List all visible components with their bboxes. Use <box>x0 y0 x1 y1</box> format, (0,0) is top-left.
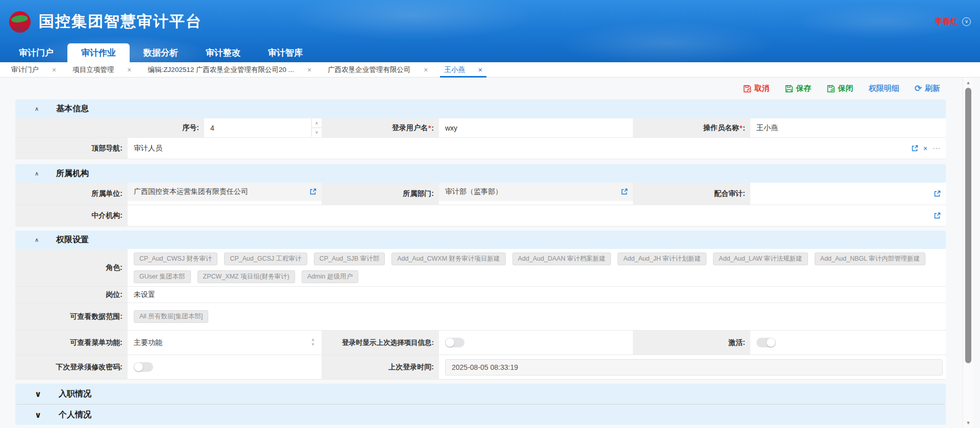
section-basic-info[interactable]: ∧ 基本信息 <box>15 99 946 118</box>
app-header: 国控集团智慧审计平台 李春红 ∨ 审计门户 审计作业 数据分析 审计整改 审计智… <box>0 0 980 62</box>
nav-item-audit-knowledge[interactable]: 审计智库 <box>254 43 316 62</box>
chevron-down-icon: ∨ <box>35 410 41 420</box>
clear-icon[interactable]: × <box>923 144 927 153</box>
external-link-icon[interactable] <box>934 190 941 197</box>
nav-item-audit-portal[interactable]: 审计门户 <box>5 43 67 62</box>
section-personal[interactable]: ∨ 个人情况 <box>15 405 946 425</box>
form-row-seq: 序号: 4 ∧ ∨ 登录用户名*: wxy 操作员名称*: 王小燕 <box>15 118 946 138</box>
chevron-up-icon: ∧ <box>35 106 39 112</box>
close-icon[interactable]: × <box>478 66 482 74</box>
user-menu[interactable]: 李春红 ∨ <box>935 17 971 27</box>
role-tag: Add_Aud_NBGL 审计内部管理新建 <box>815 253 925 265</box>
tab-label: 编辑:ZJ202512 广西农垦企业管理有限公司20 ... <box>148 65 294 74</box>
close-icon[interactable]: × <box>52 66 56 74</box>
login-name-input[interactable]: wxy <box>439 118 633 137</box>
save-close-button[interactable]: 保闭 <box>827 84 853 93</box>
more-icon[interactable]: ⋯ <box>933 144 941 153</box>
external-link-icon[interactable] <box>911 145 918 152</box>
form-row-agency: 中介机构: <box>15 205 946 226</box>
select-caret-icon[interactable]: ∧ ∨ <box>311 338 314 347</box>
role-tag: Admin 超级用户 <box>302 270 358 283</box>
scroll-up-icon[interactable]: ▲ <box>963 79 973 87</box>
section-title: 所属机构 <box>56 168 89 179</box>
form-row-password: 下次登录须修改密码: 上次登录时间: 2025-08-05 08:33:19 <box>15 355 946 380</box>
co-audit-field[interactable] <box>750 183 946 205</box>
agency-field[interactable] <box>128 205 946 226</box>
role-tag: Add_Aud_DAAN 审计档案新建 <box>512 253 611 265</box>
data-scope-tag: All 所有数据[集团本部] <box>134 310 208 323</box>
number-spinner[interactable]: ∧ ∨ <box>311 119 322 137</box>
menu-scope-select[interactable]: 主要功能 ∧ ∨ <box>128 331 322 355</box>
form-row-post: 岗位: 未设置 <box>15 287 946 303</box>
org-unit-field[interactable]: 广西国控资本运营集团有限责任公司 <box>128 183 322 205</box>
tab-edit-zj202512[interactable]: 编辑:ZJ202512 广西农垦企业管理有限公司20 ... × <box>139 62 320 77</box>
role-tag: CP_Aud_CWSJ 财务审计 <box>134 253 217 265</box>
agency-label: 中介机构: <box>15 205 128 226</box>
change-pwd-field <box>128 355 322 379</box>
form-row-roles: 角色: CP_Aud_CWSJ 财务审计 CP_Aud_GCSJ 工程审计 CP… <box>15 249 946 287</box>
section-org[interactable]: ∧ 所属机构 <box>15 164 946 183</box>
user-name: 李春红 <box>935 17 958 27</box>
spinner-up-icon[interactable]: ∧ <box>312 119 322 128</box>
spinner-down-icon[interactable]: ∨ <box>312 128 322 137</box>
form-row-org: 所属单位: 广西国控资本运营集团有限责任公司 所属部门: <box>15 183 946 205</box>
external-link-icon[interactable] <box>621 188 628 195</box>
chevron-up-icon: ∧ <box>35 170 39 177</box>
open-tabs-bar: 审计门户 × 项目立项管理 × 编辑:ZJ202512 广西农垦企业管理有限公司… <box>0 62 980 78</box>
refresh-button[interactable]: ⟳ 刷新 <box>915 84 940 93</box>
permission-detail-button[interactable]: 权限明细 <box>869 84 899 93</box>
last-login-label: 上次登录时间: <box>322 355 439 379</box>
role-tag: Add_Aud_LAW 审计法规新建 <box>713 253 807 265</box>
header-top: 国控集团智慧审计平台 李春红 ∨ <box>0 0 980 43</box>
scroll-down-icon[interactable]: ▼ <box>963 419 973 427</box>
post-label: 岗位: <box>15 287 128 303</box>
user-form: ∧ 基本信息 序号: 4 ∧ ∨ 登录用户名*: wxy 操作员名称*: <box>15 99 946 425</box>
tab-label: 王小燕 <box>444 65 465 74</box>
change-pwd-toggle[interactable] <box>134 362 153 372</box>
chevron-down-icon[interactable]: ∨ <box>962 17 971 26</box>
roles-label: 角色: <box>15 249 128 286</box>
show-last-proj-toggle[interactable] <box>445 338 464 347</box>
tab-gxnk-company[interactable]: 广西农垦企业管理有限公司 × <box>320 62 436 77</box>
required-mark: * <box>740 124 742 132</box>
section-title: 入职情况 <box>59 389 91 399</box>
seq-input[interactable]: 4 ∧ ∨ <box>204 118 322 137</box>
active-toggle[interactable] <box>756 338 776 347</box>
menu-scope-label: 可查看菜单功能: <box>15 331 128 355</box>
app-logo-icon <box>9 11 31 33</box>
close-icon[interactable]: × <box>424 66 428 74</box>
external-link-icon[interactable] <box>934 212 941 219</box>
role-tag: Add_Aud_JH 审计计划新建 <box>618 253 706 265</box>
record-toolbar: 取消 保存 保闭 权限明细 ⟳ 刷新 <box>0 78 980 99</box>
cancel-button[interactable]: 取消 <box>743 84 770 93</box>
seq-label: 序号: <box>15 118 204 137</box>
close-icon[interactable]: × <box>127 66 131 74</box>
chevron-up-icon: ∧ <box>35 237 39 243</box>
operator-name-input[interactable]: 王小燕 <box>750 118 946 137</box>
tab-project-setup[interactable]: 项目立项管理 × <box>64 62 139 77</box>
roles-field: CP_Aud_CWSJ 财务审计 CP_Aud_GCSJ 工程审计 CP_Aud… <box>128 249 946 286</box>
tab-wang-xiaoyan[interactable]: 王小燕 × <box>436 62 491 77</box>
form-row-menu-scope: 可查看菜单功能: 主要功能 ∧ ∨ 登录时显示上次选择项目信息: 激活: <box>15 331 946 355</box>
department-field[interactable]: 审计部（监事部） <box>439 183 633 205</box>
close-icon[interactable]: × <box>307 66 311 74</box>
tab-label: 广西农垦企业管理有限公司 <box>328 65 410 74</box>
nav-item-data-analysis[interactable]: 数据分析 <box>130 43 192 62</box>
section-onboarding[interactable]: ∨ 入职情况 <box>15 384 946 404</box>
tab-label: 审计门户 <box>11 65 39 74</box>
chevron-down-icon: ∨ <box>35 389 41 399</box>
data-scope-field: All 所有数据[集团本部] <box>128 303 946 330</box>
last-login-value: 2025-08-05 08:33:19 <box>445 359 943 375</box>
save-button[interactable]: 保存 <box>785 84 812 93</box>
nav-item-audit-work[interactable]: 审计作业 <box>67 43 130 62</box>
page: 国控集团智慧审计平台 李春红 ∨ 审计门户 审计作业 数据分析 审计整改 审计智… <box>0 0 980 428</box>
nav-item-audit-rectify[interactable]: 审计整改 <box>192 43 254 62</box>
vertical-scrollbar[interactable]: ▲ ▼ <box>963 78 973 428</box>
form-row-data-scope: 可查看数据范围: All 所有数据[集团本部] <box>15 303 946 331</box>
tab-audit-portal[interactable]: 审计门户 × <box>3 62 64 77</box>
top-nav-input[interactable]: 审计人员 × ⋯ <box>128 138 946 159</box>
change-pwd-label: 下次登录须修改密码: <box>15 355 128 379</box>
external-link-icon[interactable] <box>309 188 316 195</box>
cancel-floppy-icon <box>743 85 751 93</box>
scrollbar-thumb[interactable] <box>965 88 971 363</box>
